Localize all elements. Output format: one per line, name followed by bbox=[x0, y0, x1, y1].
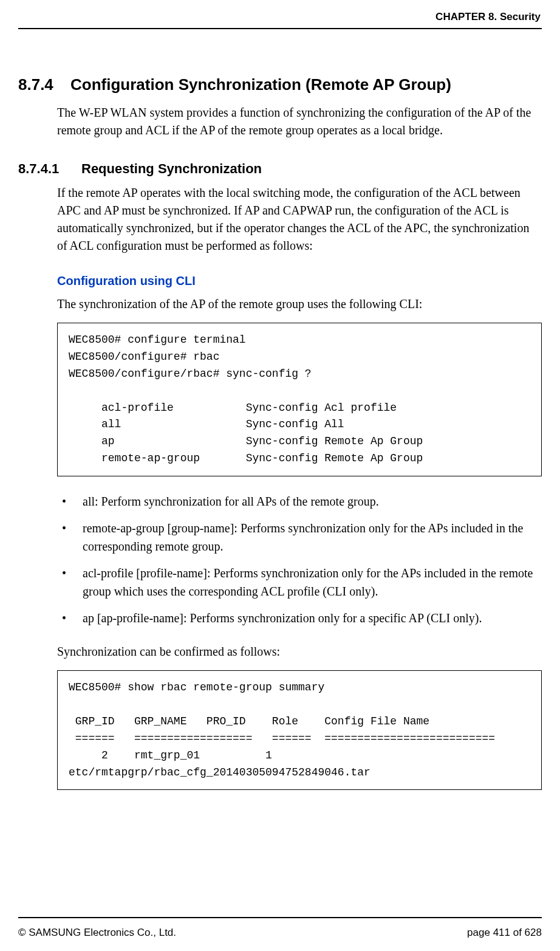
bullet-icon: • bbox=[57, 519, 83, 555]
chapter-header: CHAPTER 8. Security bbox=[18, 11, 542, 23]
intro-paragraph: If the remote AP operates with the local… bbox=[57, 184, 542, 255]
list-item: • remote-ap-group [group-name]: Performs… bbox=[57, 519, 542, 555]
list-item-text: all: Perform synchronization for all APs… bbox=[83, 492, 542, 510]
bullet-icon: • bbox=[57, 609, 83, 627]
footer-rule bbox=[18, 917, 542, 918]
code-block-sync-config: WEC8500# configure terminal WEC8500/conf… bbox=[57, 323, 542, 476]
bullet-icon: • bbox=[57, 492, 83, 510]
heading-8-7-4: 8.7.4 Configuration Synchronization (Rem… bbox=[18, 75, 542, 94]
list-item-text: acl-profile [profile-name]: Performs syn… bbox=[83, 564, 542, 600]
page-footer: © SAMSUNG Electronics Co., Ltd. page 411… bbox=[18, 927, 542, 939]
list-item: • ap [ap-profile-name]: Performs synchro… bbox=[57, 609, 542, 627]
page-number: page 411 of 628 bbox=[467, 927, 542, 939]
heading-number: 8.7.4.1 bbox=[18, 161, 81, 177]
list-item-text: remote-ap-group [group-name]: Performs s… bbox=[83, 519, 542, 555]
heading-8-7-4-1: 8.7.4.1 Requesting Synchronization bbox=[18, 161, 542, 177]
confirm-paragraph: Synchronization can be confirmed as foll… bbox=[57, 643, 542, 661]
subsection-body: If the remote AP operates with the local… bbox=[57, 184, 542, 790]
cli-intro: The synchronization of the AP of the rem… bbox=[57, 295, 542, 313]
section-body: The W-EP WLAN system provides a function… bbox=[57, 104, 542, 139]
code-block-show-summary: WEC8500# show rbac remote-group summary … bbox=[57, 670, 542, 790]
heading-title: Configuration Synchronization (Remote AP… bbox=[70, 75, 451, 94]
list-item-text: ap [ap-profile-name]: Performs synchroni… bbox=[83, 609, 542, 627]
content: 8.7.4 Configuration Synchronization (Rem… bbox=[18, 29, 542, 790]
list-item: • acl-profile [profile-name]: Performs s… bbox=[57, 564, 542, 600]
bullet-icon: • bbox=[57, 564, 83, 600]
copyright-text: © SAMSUNG Electronics Co., Ltd. bbox=[18, 927, 176, 939]
intro-paragraph: The W-EP WLAN system provides a function… bbox=[57, 104, 542, 139]
bullet-list: • all: Perform synchronization for all A… bbox=[57, 492, 542, 627]
list-item: • all: Perform synchronization for all A… bbox=[57, 492, 542, 510]
cli-heading: Configuration using CLI bbox=[57, 274, 542, 288]
heading-title: Requesting Synchronization bbox=[81, 161, 262, 177]
heading-number: 8.7.4 bbox=[18, 75, 70, 94]
page: CHAPTER 8. Security 8.7.4 Configuration … bbox=[0, 0, 560, 951]
